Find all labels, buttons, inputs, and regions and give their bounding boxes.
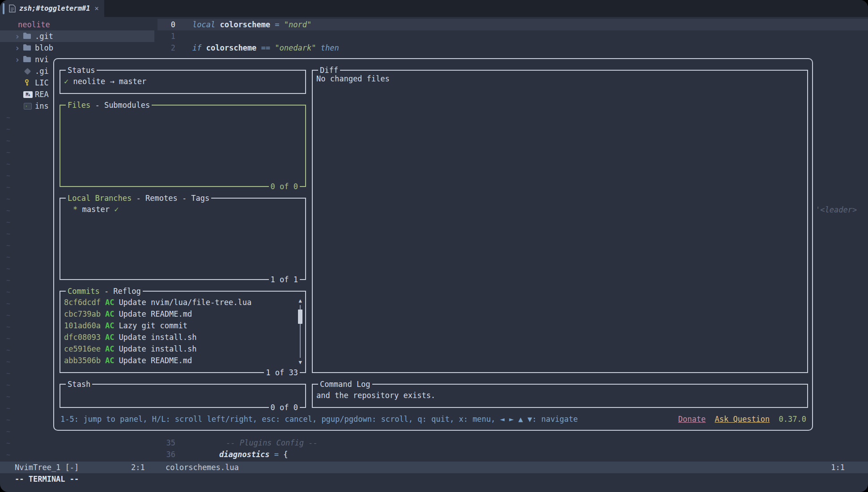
commit-list: 8cf6dcdfACUpdate nvim/lua/file-tree.lua …: [60, 292, 305, 372]
tree-item-label: .git: [35, 30, 53, 42]
tabline-fill: [104, 0, 868, 17]
line-number: 36: [157, 449, 175, 460]
lazygit-commits-panel[interactable]: Commits - Reflog 8cf6dcdfACUpdate nvim/l…: [60, 291, 306, 373]
chevron-right-icon[interactable]: ›: [15, 30, 20, 42]
line-number: 1: [157, 30, 175, 42]
lazygit-keybind-bar: 1-5: jump to panel, H/L: scroll left/rig…: [60, 413, 806, 425]
shell-script-icon: ›: [24, 103, 32, 110]
commits-counter: 1 of 33: [264, 367, 300, 378]
commit-row[interactable]: dfc08093ACUpdate install.sh: [64, 331, 302, 343]
tab-close-icon[interactable]: ×: [94, 0, 99, 17]
version-label: 0.37.0: [779, 415, 806, 424]
commit-row[interactable]: 101ad60aACLazy git commit: [64, 320, 302, 331]
code-line: 1: [157, 30, 868, 42]
statusline-cursor-pos-right: 1:1: [831, 462, 845, 473]
folder-icon: [23, 56, 31, 62]
code-line: 35 -- Plugins Config --: [157, 437, 868, 449]
diff-content: No changed files: [313, 71, 807, 372]
scroll-up-icon[interactable]: ▲: [297, 298, 304, 303]
folder-icon: [23, 44, 31, 51]
scroll-down-icon[interactable]: ▼: [297, 360, 304, 365]
tree-item-blob[interactable]: › blob: [0, 42, 154, 54]
scrollbar-thumb[interactable]: [298, 310, 302, 324]
lazygit-float-window: Status ✓ neolite → master Files - Submod…: [53, 58, 813, 431]
tree-root-folder[interactable]: neolite: [18, 19, 50, 30]
commits-scrollbar[interactable]: ▲ ▼: [297, 297, 304, 366]
mode-indicator: -- TERMINAL --: [15, 473, 79, 485]
statusline: NvimTree_1 [-] 2:1 colorschemes.lua 1:1: [0, 462, 868, 473]
lazygit-stash-panel[interactable]: Stash 0 of 0: [60, 384, 306, 408]
tree-item-label: .gi: [35, 65, 49, 77]
files-counter: 0 of 0: [269, 181, 300, 192]
line-number: 35: [157, 437, 175, 449]
folder-icon: [23, 33, 31, 39]
lazygit-branches-panel[interactable]: Local Branches - Remotes - Tags * master…: [60, 198, 306, 280]
commit-row[interactable]: abb3506bACUpdate README.md: [64, 355, 302, 366]
code-line: 2 if colorscheme == "onedark" then: [157, 42, 868, 54]
command-log-content: and the repository exists.: [313, 385, 807, 407]
commit-row[interactable]: ce5916eeACUpdate install.sh: [64, 343, 302, 355]
tabline: zsh;#toggleterm#1 ×: [0, 0, 868, 17]
tab-active-indicator: [3, 3, 4, 14]
chevron-right-icon[interactable]: ›: [15, 42, 20, 54]
license-key-icon: [23, 79, 30, 86]
neovim-window: zsh;#toggleterm#1 × 0 local colorscheme …: [0, 0, 868, 492]
tree-item-git[interactable]: › .git: [0, 30, 154, 42]
code-line: 36 diagnostics = {: [157, 449, 868, 460]
donate-link[interactable]: Donate: [678, 415, 706, 424]
lazygit-status-panel[interactable]: Status ✓ neolite → master: [60, 70, 306, 94]
ask-question-link[interactable]: Ask Question: [715, 415, 770, 424]
check-icon: ✓: [114, 205, 119, 214]
tree-item-label: ins: [35, 100, 49, 112]
buffer-text-fragment: '<leader>: [816, 204, 857, 216]
tree-item-label: REA: [35, 89, 49, 100]
branches-counter: 1 of 1: [269, 274, 300, 285]
tree-item-label: LIC: [35, 77, 49, 89]
file-icon: [9, 4, 16, 13]
check-icon: ✓: [64, 77, 68, 86]
gitignore-icon: [24, 68, 31, 75]
statusline-cursor-pos-left: 2:1: [131, 462, 145, 473]
terminal-tab[interactable]: zsh;#toggleterm#1 ×: [0, 0, 104, 17]
commit-row[interactable]: cbc739abACUpdate README.md: [64, 308, 302, 320]
empty-line-tildes: ~~~~~~~~~~~~~~~~~~~~~~~~~~~~~~: [6, 112, 10, 461]
line-number: 0: [157, 19, 175, 30]
status-text: neolite → master: [73, 77, 147, 86]
keybind-hints: 1-5: jump to panel, H/L: scroll left/rig…: [60, 415, 578, 424]
markdown-icon: M↓: [23, 91, 33, 98]
statusline-file-name: colorschemes.lua: [166, 462, 239, 473]
code-line: 0 local colorscheme = "nord": [157, 19, 868, 30]
lazygit-files-panel[interactable]: Files - Submodules 0 of 0: [60, 105, 306, 187]
commit-row[interactable]: 8cf6dcdfACUpdate nvim/lua/file-tree.lua: [64, 297, 302, 308]
stash-counter: 0 of 0: [269, 402, 300, 413]
lazygit-command-log-panel[interactable]: Command Log and the repository exists.: [312, 384, 808, 408]
panel-title: Stash: [66, 379, 92, 390]
tree-item-label: nvi: [35, 54, 49, 65]
branch-list: * master ✓: [60, 199, 305, 279]
files-list: [60, 106, 305, 186]
tree-item-label: blob: [35, 42, 53, 54]
lazygit-diff-panel[interactable]: Diff No changed files: [312, 70, 808, 373]
tab-title: zsh;#toggleterm#1: [19, 4, 90, 13]
statusline-buffer-name: NvimTree_1 [-]: [15, 462, 79, 473]
branch-row[interactable]: * master ✓: [64, 204, 302, 215]
chevron-right-icon[interactable]: ›: [15, 54, 20, 65]
line-number: 2: [157, 42, 175, 54]
